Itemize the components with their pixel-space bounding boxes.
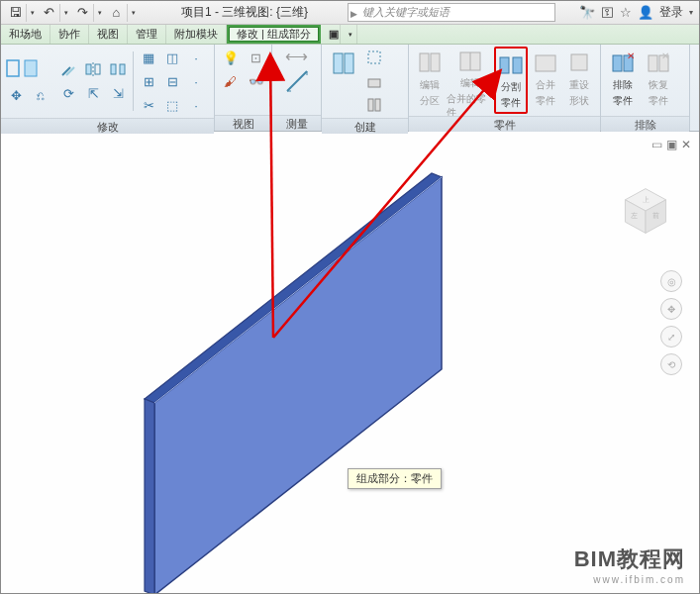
restore-parts-button: ✕ 恢复 零件 <box>641 47 676 114</box>
model-part[interactable] <box>105 171 461 594</box>
move-icon[interactable]: ✥ <box>5 85 27 107</box>
pin-icon[interactable]: ✂ <box>138 94 159 116</box>
svg-rect-12 <box>368 51 380 63</box>
zoom-icon[interactable]: ⤢ <box>660 326 682 347</box>
ribbon-group-label: 创建 <box>322 118 408 134</box>
create-assembly-button[interactable] <box>326 48 361 115</box>
create-similar-icon[interactable] <box>363 70 385 92</box>
svg-text:前: 前 <box>652 212 659 219</box>
steering-wheel-icon[interactable]: ◎ <box>660 270 682 292</box>
svg-rect-23 <box>571 54 587 70</box>
exclude-parts-button[interactable]: ✕ 排除 零件 <box>605 47 641 114</box>
qat-dropdown-icon[interactable]: ▾ <box>96 9 104 17</box>
watermark: BIM教程网 www.ifbim.com <box>574 544 685 585</box>
viewport[interactable]: ▭ ▣ ✕ 上 左 前 ◎ ✥ ⤢ ⟲ 组成部分：零件 BIM教程网 www.i… <box>1 132 699 594</box>
svg-rect-5 <box>111 64 116 74</box>
tab-modify-parts[interactable]: 修改 | 组成部分 <box>227 25 321 44</box>
ribbon-group-label: 排除 <box>601 116 689 132</box>
measure-icon[interactable] <box>283 67 311 99</box>
star-icon[interactable]: ☆ <box>620 5 632 20</box>
maximize-icon[interactable]: ▣ <box>666 138 677 151</box>
svg-rect-0 <box>7 60 19 76</box>
svg-text:左: 左 <box>631 212 638 219</box>
tab-help-icon[interactable]: ▣ <box>321 25 341 44</box>
svg-rect-1 <box>25 60 37 76</box>
close-icon[interactable]: ✕ <box>681 138 691 151</box>
qat-dropdown-icon[interactable]: ▾ <box>130 9 138 17</box>
trim-icon[interactable]: ⇱ <box>82 83 104 105</box>
tab-dropdown-icon[interactable]: ▾ <box>341 25 357 44</box>
watermark-title: BIM教程网 <box>574 544 685 574</box>
tab-view[interactable]: 视图 <box>89 25 128 44</box>
search-input[interactable]: 键入关键字或短语 <box>348 3 555 22</box>
ribbon-group-label: 视图 <box>215 115 271 131</box>
title-bar: 🖫 ▾ ↶ ▾ ↷ ▾ ⌂ ▾ 项目1 - 三维视图: {三维} 键入关键字或短… <box>1 1 699 25</box>
key-icon[interactable]: ⚿ <box>601 5 614 20</box>
svg-rect-11 <box>345 53 353 73</box>
small-icon[interactable]: · <box>185 47 207 68</box>
user-icon[interactable]: 👤 <box>638 5 653 20</box>
ribbon-group-create: 创建 <box>322 45 409 131</box>
qat-save-icon[interactable]: 🖫 <box>5 4 27 22</box>
small-icon[interactable]: · <box>185 94 207 116</box>
small-icon[interactable]: · <box>185 70 207 92</box>
tab-addins[interactable]: 附加模块 <box>166 25 227 44</box>
scale-icon[interactable]: ◫ <box>161 47 183 68</box>
view-controls: ▭ ▣ ✕ <box>651 138 691 151</box>
qat-dropdown-icon[interactable]: ▾ <box>62 9 70 17</box>
ribbon-group-label: 零件 <box>409 116 600 132</box>
tab-site[interactable]: 和场地 <box>1 25 50 44</box>
qat-undo-icon[interactable]: ↶ <box>39 4 60 22</box>
dimension-icon[interactable]: ⟷ <box>285 47 308 65</box>
watermark-url: www.ifbim.com <box>574 574 685 585</box>
split-icon[interactable]: ⊟ <box>161 70 183 92</box>
tab-manage[interactable]: 管理 <box>128 25 166 44</box>
filter-icon[interactable]: ⊡ <box>246 47 267 68</box>
array2-icon[interactable]: ⊞ <box>138 70 159 92</box>
qat-redo-icon[interactable]: ↷ <box>72 4 94 22</box>
svg-text:上: 上 <box>643 196 650 203</box>
mirror2-icon[interactable] <box>107 58 129 80</box>
ribbon-group-parts: 编辑 分区 编辑 合并的零件 分割 零件 合并 零件 重设 形状 <box>409 45 601 131</box>
split-parts-button[interactable]: 分割 零件 <box>494 47 528 114</box>
navigation-bar[interactable]: ◎ ✥ ⤢ ⟲ <box>659 270 683 375</box>
window-title: 项目1 - 三维视图: {三维} <box>181 4 308 21</box>
quick-access-toolbar: 🖫 ▾ ↶ ▾ ↷ ▾ ⌂ ▾ <box>1 4 142 22</box>
array-icon[interactable]: ▦ <box>138 47 159 68</box>
ribbon-group-label: 测量 <box>272 115 321 131</box>
svg-rect-2 <box>86 64 91 74</box>
svg-rect-22 <box>536 55 555 71</box>
copy-icon[interactable]: ⎌ <box>30 85 51 107</box>
qat-print-icon[interactable]: ⌂ <box>106 4 128 22</box>
rotate-icon[interactable]: ⟳ <box>57 83 79 105</box>
binoculars-icon[interactable]: 🔭 <box>579 5 595 20</box>
paint-icon[interactable]: 🖌 <box>220 70 242 92</box>
chevron-down-icon[interactable]: ▾ <box>689 8 693 17</box>
orbit-icon[interactable]: ⟲ <box>660 353 682 375</box>
svg-rect-16 <box>420 53 429 71</box>
ribbon-group-measure: ⟷ 测量 <box>272 45 322 131</box>
tab-collaborate[interactable]: 协作 <box>50 25 89 44</box>
create-group-icon[interactable] <box>363 47 385 68</box>
ribbon-group-view: 💡 ⊡ 🖌 👓 视图 <box>215 45 272 131</box>
glasses-icon[interactable]: 👓 <box>246 70 267 92</box>
svg-rect-24 <box>613 55 622 71</box>
svg-marker-39 <box>154 177 442 594</box>
qat-dropdown-icon[interactable]: ▾ <box>29 9 37 17</box>
view-cube[interactable]: 上 左 前 <box>618 183 673 239</box>
svg-rect-17 <box>431 53 440 71</box>
login-button[interactable]: 登录 <box>659 4 683 21</box>
align-icon[interactable] <box>5 56 39 82</box>
mirror-icon[interactable] <box>82 58 104 80</box>
edit-partition-button: 编辑 分区 <box>413 47 447 114</box>
ribbon-group-modify: ✥ ⎌ ⟳ ⇱ ⇲ ▦ ◫ · <box>1 45 215 131</box>
svg-rect-14 <box>368 99 373 111</box>
svg-rect-3 <box>95 64 100 74</box>
offset-icon[interactable] <box>57 58 79 80</box>
minimize-icon[interactable]: ▭ <box>651 138 662 151</box>
extend-icon[interactable]: ⇲ <box>107 83 129 105</box>
create-parts-icon[interactable] <box>363 94 385 116</box>
lightbulb-icon[interactable]: 💡 <box>220 47 242 68</box>
pan-icon[interactable]: ✥ <box>660 298 682 320</box>
unpin-icon[interactable]: ⬚ <box>161 94 183 116</box>
